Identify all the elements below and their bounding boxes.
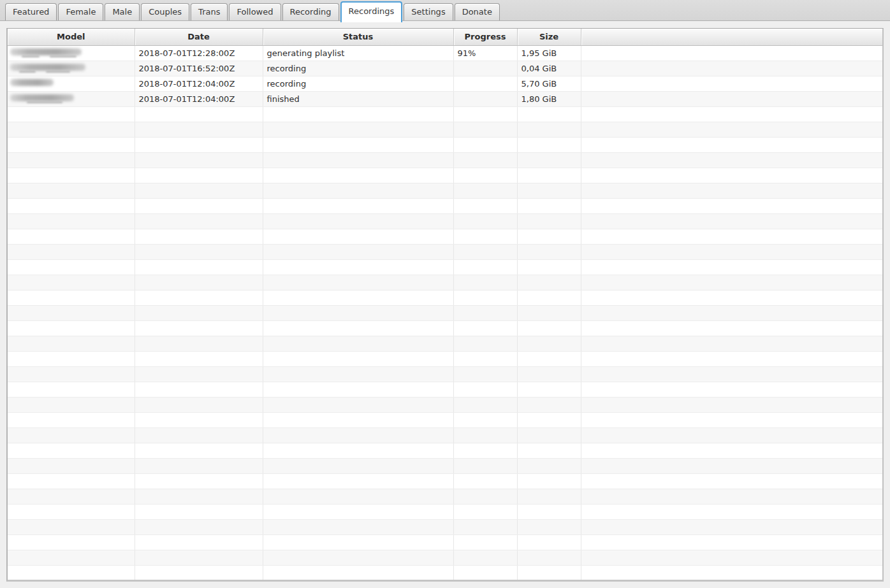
- empty-row[interactable]: [8, 565, 882, 580]
- empty-row[interactable]: [8, 244, 882, 259]
- tab-recording[interactable]: Recording: [282, 3, 339, 20]
- empty-cell: [135, 519, 263, 534]
- empty-cell: [135, 137, 263, 152]
- empty-row[interactable]: [8, 397, 882, 412]
- empty-row[interactable]: [8, 550, 882, 565]
- empty-cell: [8, 458, 135, 473]
- empty-cell: [453, 106, 517, 122]
- empty-cell: [517, 198, 581, 213]
- model-cell: [8, 91, 135, 106]
- empty-row[interactable]: [8, 473, 882, 489]
- empty-cell: [581, 320, 882, 336]
- empty-cell: [8, 519, 135, 534]
- progress-cell: 91%: [453, 45, 517, 61]
- empty-cell: [263, 290, 453, 305]
- empty-cell: [517, 152, 581, 168]
- empty-row[interactable]: [8, 351, 882, 366]
- empty-cell: [263, 275, 453, 290]
- empty-row[interactable]: [8, 519, 882, 534]
- empty-cell: [8, 244, 135, 259]
- extra-cell: [581, 61, 882, 76]
- column-header-date[interactable]: Date: [135, 29, 263, 45]
- empty-row[interactable]: [8, 489, 882, 504]
- tab-recordings[interactable]: Recordings: [340, 1, 403, 22]
- empty-row[interactable]: [8, 198, 882, 213]
- table-row[interactable]: 2018-07-01T12:04:00Zfinished1,80 GiB: [8, 91, 882, 106]
- column-header-status[interactable]: Status: [263, 29, 453, 45]
- column-header-model[interactable]: Model: [8, 29, 135, 45]
- tab-featured[interactable]: Featured: [5, 3, 57, 20]
- empty-row[interactable]: [8, 382, 882, 397]
- tab-male[interactable]: Male: [105, 3, 140, 20]
- empty-cell: [8, 550, 135, 565]
- empty-row[interactable]: [8, 213, 882, 229]
- column-header-size[interactable]: Size: [517, 29, 581, 45]
- empty-cell: [581, 427, 882, 443]
- empty-row[interactable]: [8, 137, 882, 152]
- empty-cell: [517, 382, 581, 397]
- empty-row[interactable]: [8, 229, 882, 244]
- redacted-model-name: [10, 78, 131, 89]
- empty-row[interactable]: [8, 122, 882, 137]
- progress-cell: [453, 61, 517, 76]
- empty-cell: [135, 320, 263, 336]
- column-header-extra[interactable]: [581, 29, 882, 45]
- empty-cell: [263, 152, 453, 168]
- empty-cell: [263, 168, 453, 183]
- empty-row[interactable]: [8, 275, 882, 290]
- empty-row[interactable]: [8, 458, 882, 473]
- empty-cell: [135, 443, 263, 458]
- empty-row[interactable]: [8, 534, 882, 550]
- empty-cell: [453, 458, 517, 473]
- empty-cell: [517, 534, 581, 550]
- empty-row[interactable]: [8, 168, 882, 183]
- empty-row[interactable]: [8, 290, 882, 305]
- empty-row[interactable]: [8, 443, 882, 458]
- empty-cell: [8, 259, 135, 275]
- table-row[interactable]: 2018-07-01T12:28:00Zgenerating playlist9…: [8, 45, 882, 61]
- status-cell: recording: [263, 61, 453, 76]
- empty-cell: [517, 412, 581, 427]
- empty-cell: [517, 565, 581, 580]
- empty-row[interactable]: [8, 366, 882, 382]
- table-row[interactable]: 2018-07-01T12:04:00Zrecording5,70 GiB: [8, 76, 882, 91]
- empty-row[interactable]: [8, 106, 882, 122]
- empty-cell: [581, 550, 882, 565]
- empty-cell: [135, 412, 263, 427]
- empty-cell: [263, 504, 453, 519]
- tab-couples[interactable]: Couples: [141, 3, 189, 20]
- tab-donate[interactable]: Donate: [455, 3, 500, 20]
- column-header-progress[interactable]: Progress: [453, 29, 517, 45]
- table-row[interactable]: 2018-07-01T16:52:00Zrecording0,04 GiB: [8, 61, 882, 76]
- empty-cell: [135, 168, 263, 183]
- empty-cell: [8, 106, 135, 122]
- empty-row[interactable]: [8, 504, 882, 519]
- tab-female[interactable]: Female: [58, 3, 103, 20]
- empty-cell: [263, 351, 453, 366]
- empty-row[interactable]: [8, 183, 882, 198]
- empty-row[interactable]: [8, 427, 882, 443]
- tab-settings[interactable]: Settings: [404, 3, 453, 20]
- extra-cell: [581, 45, 882, 61]
- empty-row[interactable]: [8, 152, 882, 168]
- empty-row[interactable]: [8, 305, 882, 320]
- empty-cell: [8, 366, 135, 382]
- empty-row[interactable]: [8, 336, 882, 351]
- empty-cell: [263, 427, 453, 443]
- empty-row[interactable]: [8, 320, 882, 336]
- empty-row[interactable]: [8, 259, 882, 275]
- empty-cell: [263, 534, 453, 550]
- empty-cell: [581, 259, 882, 275]
- empty-cell: [581, 534, 882, 550]
- empty-cell: [517, 305, 581, 320]
- empty-cell: [263, 106, 453, 122]
- progress-cell: [453, 91, 517, 106]
- empty-cell: [135, 550, 263, 565]
- tab-followed[interactable]: Followed: [229, 3, 281, 20]
- empty-row[interactable]: [8, 412, 882, 427]
- empty-cell: [453, 397, 517, 412]
- empty-cell: [263, 259, 453, 275]
- status-cell: recording: [263, 76, 453, 91]
- tab-trans[interactable]: Trans: [191, 3, 228, 20]
- empty-cell: [517, 244, 581, 259]
